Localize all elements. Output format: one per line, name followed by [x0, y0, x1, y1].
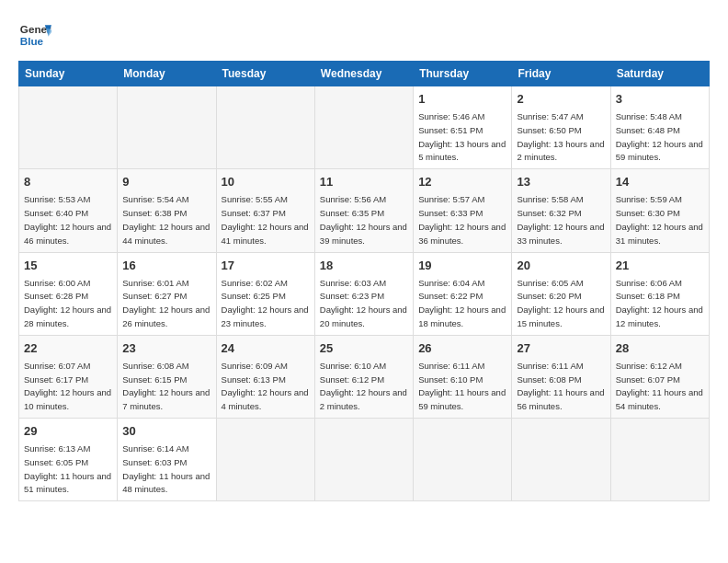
calendar-week-5: 29 Sunrise: 6:13 AMSunset: 6:05 PMDaylig…	[19, 419, 710, 501]
day-info: Sunrise: 5:47 AMSunset: 6:50 PMDaylight:…	[517, 111, 604, 162]
day-info: Sunrise: 5:55 AMSunset: 6:37 PMDaylight:…	[222, 194, 309, 245]
day-info: Sunrise: 6:08 AMSunset: 6:15 PMDaylight:…	[122, 361, 210, 411]
calendar-cell	[19, 86, 118, 169]
day-number: 9	[122, 174, 210, 190]
calendar-cell: 10 Sunrise: 5:55 AMSunset: 6:37 PMDaylig…	[216, 169, 314, 252]
calendar-week-3: 15 Sunrise: 6:00 AMSunset: 6:28 PMDaylig…	[19, 252, 710, 335]
day-number: 22	[24, 340, 112, 357]
calendar-cell: 16 Sunrise: 6:01 AMSunset: 6:27 PMDaylig…	[118, 252, 216, 335]
day-number: 29	[24, 423, 112, 440]
calendar-week-4: 22 Sunrise: 6:07 AMSunset: 6:17 PMDaylig…	[19, 335, 710, 418]
calendar-cell	[414, 419, 512, 501]
calendar-cell: 14 Sunrise: 5:59 AMSunset: 6:30 PMDaylig…	[610, 169, 709, 252]
day-info: Sunrise: 6:06 AMSunset: 6:18 PMDaylight:…	[616, 278, 703, 328]
day-info: Sunrise: 6:11 AMSunset: 6:08 PMDaylight:…	[517, 361, 604, 411]
day-number: 8	[24, 174, 112, 190]
calendar-cell: 8 Sunrise: 5:53 AMSunset: 6:40 PMDayligh…	[19, 169, 118, 252]
calendar-cell	[512, 419, 610, 501]
weekday-header-row: SundayMondayTuesdayWednesdayThursdayFrid…	[19, 62, 710, 86]
weekday-header-friday: Friday	[512, 62, 610, 86]
day-number: 20	[517, 258, 605, 274]
day-number: 23	[122, 340, 210, 357]
calendar-cell: 27 Sunrise: 6:11 AMSunset: 6:08 PMDaylig…	[512, 335, 610, 418]
calendar-cell: 11 Sunrise: 5:56 AMSunset: 6:35 PMDaylig…	[314, 169, 413, 252]
day-info: Sunrise: 5:56 AMSunset: 6:35 PMDaylight:…	[320, 194, 407, 245]
calendar-cell	[216, 86, 314, 169]
day-number: 16	[122, 258, 210, 274]
day-number: 1	[418, 91, 506, 108]
page-header: General Blue	[18, 18, 710, 52]
calendar-cell: 18 Sunrise: 6:03 AMSunset: 6:23 PMDaylig…	[314, 252, 413, 335]
calendar-cell: 1 Sunrise: 5:46 AMSunset: 6:51 PMDayligh…	[414, 86, 512, 169]
day-info: Sunrise: 5:58 AMSunset: 6:32 PMDaylight:…	[517, 194, 604, 245]
logo: General Blue	[18, 18, 51, 52]
day-number: 24	[222, 340, 310, 357]
calendar-table: SundayMondayTuesdayWednesdayThursdayFrid…	[18, 61, 710, 501]
calendar-cell: 13 Sunrise: 5:58 AMSunset: 6:32 PMDaylig…	[512, 169, 610, 252]
day-number: 17	[222, 258, 310, 274]
day-info: Sunrise: 6:07 AMSunset: 6:17 PMDaylight:…	[24, 361, 111, 411]
day-number: 12	[418, 174, 506, 190]
weekday-header-tuesday: Tuesday	[216, 62, 314, 86]
day-info: Sunrise: 6:05 AMSunset: 6:20 PMDaylight:…	[517, 278, 604, 328]
day-info: Sunrise: 5:53 AMSunset: 6:40 PMDaylight:…	[24, 194, 111, 245]
calendar-cell	[216, 419, 314, 501]
day-number: 19	[418, 258, 506, 274]
calendar-cell: 9 Sunrise: 5:54 AMSunset: 6:38 PMDayligh…	[118, 169, 216, 252]
day-info: Sunrise: 5:57 AMSunset: 6:33 PMDaylight:…	[418, 194, 506, 245]
calendar-cell: 25 Sunrise: 6:10 AMSunset: 6:12 PMDaylig…	[314, 335, 413, 418]
day-info: Sunrise: 6:10 AMSunset: 6:12 PMDaylight:…	[320, 361, 407, 411]
day-number: 11	[320, 174, 408, 190]
calendar-cell: 30 Sunrise: 6:14 AMSunset: 6:03 PMDaylig…	[118, 419, 216, 501]
day-info: Sunrise: 6:04 AMSunset: 6:22 PMDaylight:…	[418, 278, 506, 328]
day-info: Sunrise: 6:00 AMSunset: 6:28 PMDaylight:…	[24, 278, 111, 328]
calendar-cell: 15 Sunrise: 6:00 AMSunset: 6:28 PMDaylig…	[19, 252, 118, 335]
calendar-cell: 20 Sunrise: 6:05 AMSunset: 6:20 PMDaylig…	[512, 252, 610, 335]
day-info: Sunrise: 6:12 AMSunset: 6:07 PMDaylight:…	[616, 361, 703, 411]
calendar-cell: 28 Sunrise: 6:12 AMSunset: 6:07 PMDaylig…	[610, 335, 709, 418]
calendar-cell: 23 Sunrise: 6:08 AMSunset: 6:15 PMDaylig…	[118, 335, 216, 418]
calendar-cell	[118, 86, 216, 169]
day-number: 2	[517, 91, 605, 108]
day-info: Sunrise: 6:09 AMSunset: 6:13 PMDaylight:…	[222, 361, 309, 411]
calendar-cell: 3 Sunrise: 5:48 AMSunset: 6:48 PMDayligh…	[610, 86, 709, 169]
calendar-header: SundayMondayTuesdayWednesdayThursdayFrid…	[19, 62, 710, 86]
weekday-header-sunday: Sunday	[19, 62, 118, 86]
calendar-cell	[610, 419, 709, 501]
day-info: Sunrise: 6:03 AMSunset: 6:23 PMDaylight:…	[320, 278, 407, 328]
day-number: 15	[24, 258, 112, 274]
day-number: 3	[616, 91, 704, 108]
day-number: 14	[616, 174, 704, 190]
day-number: 28	[616, 340, 704, 357]
calendar-cell	[314, 419, 413, 501]
weekday-header-thursday: Thursday	[414, 62, 512, 86]
svg-text:Blue: Blue	[20, 35, 44, 47]
day-number: 27	[517, 340, 605, 357]
calendar-cell	[314, 86, 413, 169]
day-info: Sunrise: 6:02 AMSunset: 6:25 PMDaylight:…	[222, 278, 309, 328]
logo-icon: General Blue	[18, 18, 51, 52]
day-number: 26	[418, 340, 506, 357]
day-number: 10	[222, 174, 310, 190]
day-number: 18	[320, 258, 408, 274]
day-number: 21	[616, 258, 704, 274]
weekday-header-wednesday: Wednesday	[314, 62, 413, 86]
day-info: Sunrise: 5:59 AMSunset: 6:30 PMDaylight:…	[616, 194, 703, 245]
day-info: Sunrise: 5:46 AMSunset: 6:51 PMDaylight:…	[418, 111, 506, 162]
calendar-cell: 22 Sunrise: 6:07 AMSunset: 6:17 PMDaylig…	[19, 335, 118, 418]
calendar-cell: 29 Sunrise: 6:13 AMSunset: 6:05 PMDaylig…	[19, 419, 118, 501]
day-info: Sunrise: 6:01 AMSunset: 6:27 PMDaylight:…	[122, 278, 210, 328]
calendar-cell: 21 Sunrise: 6:06 AMSunset: 6:18 PMDaylig…	[610, 252, 709, 335]
day-number: 30	[122, 423, 210, 440]
calendar-cell: 26 Sunrise: 6:11 AMSunset: 6:10 PMDaylig…	[414, 335, 512, 418]
calendar-cell: 2 Sunrise: 5:47 AMSunset: 6:50 PMDayligh…	[512, 86, 610, 169]
calendar-cell: 19 Sunrise: 6:04 AMSunset: 6:22 PMDaylig…	[414, 252, 512, 335]
day-info: Sunrise: 5:48 AMSunset: 6:48 PMDaylight:…	[616, 111, 703, 162]
day-info: Sunrise: 6:13 AMSunset: 6:05 PMDaylight:…	[24, 443, 111, 494]
calendar-week-1: 1 Sunrise: 5:46 AMSunset: 6:51 PMDayligh…	[19, 86, 710, 169]
calendar-cell: 17 Sunrise: 6:02 AMSunset: 6:25 PMDaylig…	[216, 252, 314, 335]
weekday-header-saturday: Saturday	[610, 62, 709, 86]
calendar-cell: 24 Sunrise: 6:09 AMSunset: 6:13 PMDaylig…	[216, 335, 314, 418]
calendar-body: 1 Sunrise: 5:46 AMSunset: 6:51 PMDayligh…	[19, 86, 710, 501]
day-number: 13	[517, 174, 605, 190]
